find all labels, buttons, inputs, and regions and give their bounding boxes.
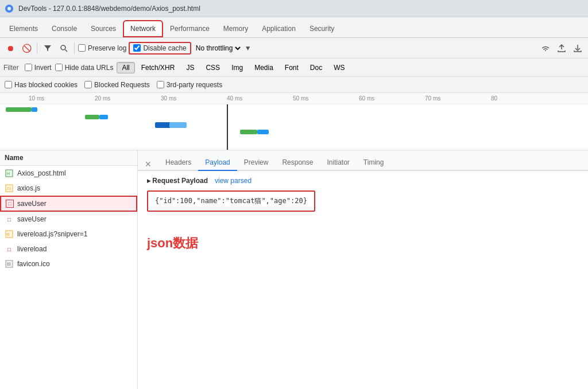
svg-text:⚙: ⚙ (6, 232, 10, 236)
filter-font[interactable]: Font (280, 62, 304, 73)
tick-30ms: 30 ms (161, 95, 176, 102)
preserve-log-label[interactable]: Preserve log (78, 44, 126, 52)
filter-all[interactable]: All (117, 62, 134, 73)
timeline: 10 ms 20 ms 30 ms 40 ms 50 ms 60 ms 70 m… (0, 93, 588, 150)
has-blocked-cookies-label[interactable]: Has blocked cookies (5, 81, 78, 89)
filter-media[interactable]: Media (249, 62, 278, 73)
tab-application[interactable]: Application (255, 20, 303, 37)
filter-label: Filter (3, 64, 19, 72)
img-icon: 🖼 (5, 259, 14, 269)
detail-content: ▸ Request Payload view parsed {"id":100,… (138, 171, 588, 389)
invert-checkbox[interactable] (25, 64, 32, 71)
html-icon: H (5, 169, 14, 178)
wifi-button[interactable] (539, 41, 552, 55)
invert-check: Invert (25, 64, 52, 72)
disable-cache-checkbox[interactable] (133, 44, 141, 52)
has-blocked-cookies-text: Has blocked cookies (14, 81, 78, 89)
network-toolbar: ⏺ 🚫 Preserve log Disable cache No thrott… (0, 38, 588, 59)
title-bar: DevTools - 127.0.0.1:8848/webdemo/demo/A… (0, 0, 588, 17)
download-button[interactable] (571, 41, 585, 55)
third-party-text: 3rd-party requests (167, 81, 222, 89)
json-annotation: json数据 (147, 235, 579, 252)
detail-tab-headers[interactable]: Headers (158, 155, 198, 171)
filter-css[interactable]: CSS (200, 62, 225, 73)
tab-memory[interactable]: Memory (216, 20, 255, 37)
record-button[interactable]: ⏺ (3, 41, 17, 55)
file-name-livereload-js: livereload.js?snipver=1 (17, 230, 87, 238)
svg-point-2 (61, 45, 65, 50)
blocked-requests-checkbox[interactable] (84, 81, 92, 88)
payload-header: ▸ Request Payload view parsed (147, 177, 579, 185)
req-icon-3: □ (5, 244, 14, 254)
detail-tab-preview[interactable]: Preview (237, 155, 276, 171)
toolbar-separator-2 (74, 42, 75, 54)
svg-point-1 (7, 7, 11, 10)
preserve-log-text: Preserve log (88, 44, 126, 52)
title-text: DevTools - 127.0.0.1:8848/webdemo/demo/A… (18, 5, 583, 13)
tab-performance[interactable]: Performance (163, 20, 216, 37)
file-list: Name H Axios_post.html JS axios.js □ sav… (0, 150, 138, 389)
hide-data-urls-checkbox[interactable] (55, 64, 63, 71)
js-icon-1: JS (5, 184, 14, 193)
view-parsed-link[interactable]: view parsed (215, 177, 252, 185)
filter-ws[interactable]: WS (328, 62, 350, 73)
tab-elements[interactable]: Elements (2, 20, 45, 37)
main-area: Name H Axios_post.html JS axios.js □ sav… (0, 150, 588, 389)
tab-console[interactable]: Console (45, 20, 84, 37)
throttle-select[interactable]: No throttling (194, 44, 242, 53)
detail-close-button[interactable]: ✕ (142, 160, 154, 169)
tick-60ms: 60 ms (359, 95, 374, 102)
extra-filter-row: Has blocked cookies Blocked Requests 3rd… (0, 77, 588, 93)
bar-row4-blue (257, 130, 269, 134)
preserve-log-checkbox[interactable] (78, 44, 86, 52)
detail-tab-payload[interactable]: Payload (198, 155, 237, 171)
bar-html-green (6, 107, 32, 112)
search-button[interactable] (57, 41, 71, 55)
file-item-saveuser-2[interactable]: □ saveUser (0, 212, 137, 227)
blocked-requests-label[interactable]: Blocked Requests (84, 81, 150, 89)
filter-fetch-xhr[interactable]: Fetch/XHR (136, 62, 180, 73)
file-name-saveuser-1: saveUser (17, 200, 47, 208)
file-item-axios[interactable]: JS axios.js (0, 181, 137, 196)
file-item-livereload-js[interactable]: ⚙ livereload.js?snipver=1 (0, 227, 137, 242)
file-item-favicon[interactable]: 🖼 favicon.ico (0, 256, 137, 271)
filter-img[interactable]: Img (226, 62, 248, 73)
filter-row: Filter Invert Hide data URLs All Fetch/X… (0, 59, 588, 77)
devtools-logo (5, 4, 14, 13)
filter-button[interactable] (41, 41, 55, 55)
detail-tab-timing[interactable]: Timing (357, 155, 391, 171)
filter-types: All Fetch/XHR JS CSS Img Media Font Doc … (117, 62, 350, 73)
blocked-requests-text: Blocked Requests (94, 81, 150, 89)
file-item-html[interactable]: H Axios_post.html (0, 166, 137, 181)
stop-button[interactable]: 🚫 (20, 41, 33, 55)
filter-js[interactable]: JS (181, 62, 199, 73)
filter-doc[interactable]: Doc (305, 62, 327, 73)
hide-data-urls-text: Hide data URLs (65, 64, 114, 72)
req-icon-1: □ (6, 200, 14, 208)
gear-icon: ⚙ (5, 229, 14, 239)
tab-network[interactable]: Network (123, 20, 163, 37)
has-blocked-cookies-checkbox[interactable] (5, 81, 12, 88)
upload-button[interactable] (555, 41, 568, 55)
third-party-checkbox[interactable] (157, 81, 164, 88)
tick-80: 80 (491, 95, 497, 102)
timeline-area (0, 104, 588, 150)
detail-tab-response[interactable]: Response (275, 155, 320, 171)
file-name-html: Axios_post.html (17, 169, 66, 177)
svg-text:🖼: 🖼 (7, 262, 11, 266)
tick-70ms: 70 ms (425, 95, 440, 102)
tab-sources[interactable]: Sources (84, 20, 123, 37)
detail-tab-initiator[interactable]: Initiator (320, 155, 356, 171)
file-name-saveuser-2: saveUser (17, 215, 47, 223)
disable-cache-label[interactable]: Disable cache (133, 44, 186, 52)
third-party-label[interactable]: 3rd-party requests (157, 81, 222, 89)
svg-text:JS: JS (6, 186, 11, 190)
tab-security[interactable]: Security (303, 20, 341, 37)
bar-html-blue (32, 107, 37, 112)
file-item-saveuser-selected[interactable]: □ saveUser (0, 196, 137, 212)
bar-axios-blue (99, 115, 108, 119)
throttle-arrow: ▼ (245, 44, 252, 52)
file-item-livereload[interactable]: □ livereload (0, 242, 137, 256)
payload-data: {"id":100,"name":"tomcat猫","age":20} (147, 190, 315, 212)
bar-axios-green (85, 115, 99, 119)
